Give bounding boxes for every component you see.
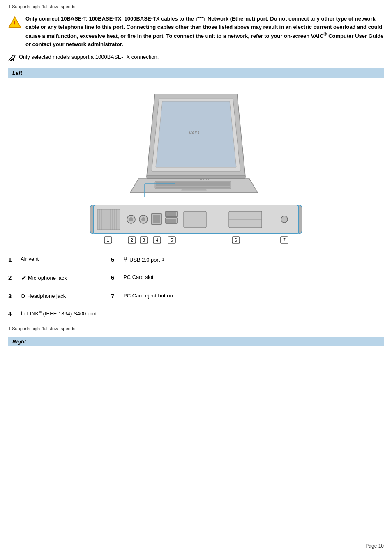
part-num-4: 4 bbox=[8, 310, 21, 317]
svg-text:VAIO: VAIO bbox=[189, 130, 199, 135]
svg-rect-11 bbox=[156, 184, 230, 186]
left-section-header: Left bbox=[8, 68, 384, 78]
right-section-header: Right bbox=[8, 337, 384, 346]
parts-row-2: 2 ✓ Microphone jack 6 PC Card slot bbox=[8, 272, 384, 283]
warning-text: Only connect 10BASE-T, 100BASE-TX, 1000B… bbox=[25, 15, 384, 48]
ilink-registered: ® bbox=[39, 310, 42, 314]
footnote-bottom: 1 Supports high-/full-/low- speeds. bbox=[8, 326, 384, 331]
svg-rect-5 bbox=[200, 17, 201, 18]
part-airvent: Air vent bbox=[21, 256, 111, 262]
part-pccard-eject: PC Card eject button bbox=[123, 292, 173, 299]
side-diagram: 1 2 3 4 5 6 7 bbox=[89, 197, 303, 246]
footnote-top: 1 Supports high-/full-/low- speeds. bbox=[8, 4, 384, 9]
mic-label: Microphone jack bbox=[28, 275, 67, 281]
note-line: Only selected models support a 1000BASE-… bbox=[8, 54, 384, 62]
usb-icon: ⑂ bbox=[123, 256, 127, 263]
headphone-icon: Ω bbox=[21, 292, 25, 299]
svg-rect-41 bbox=[166, 212, 176, 216]
svg-line-6 bbox=[9, 60, 9, 61]
warning-bold: Only connect 10BASE-T, 100BASE-TX, 1000B… bbox=[25, 16, 194, 22]
note-icon bbox=[8, 54, 16, 62]
part-usb: ⑂ USB 2.0 port1 bbox=[123, 256, 164, 263]
svg-rect-24 bbox=[97, 209, 120, 230]
part-headphone: Ω Headphone jack bbox=[21, 292, 111, 299]
svg-text:7: 7 bbox=[283, 238, 286, 242]
pencil-note-icon bbox=[8, 54, 16, 61]
svg-rect-44 bbox=[184, 211, 206, 228]
svg-text:5: 5 bbox=[171, 238, 173, 242]
part-num-1: 1 bbox=[8, 256, 21, 263]
parts-row-3: 3 Ω Headphone jack 7 PC Card eject butto… bbox=[8, 291, 384, 301]
parts-row-4: 4 i i.LINK® (IEEE 1394) S400 port bbox=[8, 309, 384, 319]
ethernet-icon bbox=[196, 16, 205, 22]
parts-row-1: 1 Air vent 5 ⑂ USB 2.0 port1 bbox=[8, 254, 384, 265]
ilink-rest: (IEEE 1394) S400 port bbox=[42, 311, 97, 317]
warning-icon: ! bbox=[8, 16, 21, 29]
svg-text:4: 4 bbox=[156, 238, 158, 242]
warning-box: ! Only connect 10BASE-T, 100BASE-TX, 100… bbox=[8, 15, 384, 48]
ilink-icon: i bbox=[21, 310, 22, 317]
svg-rect-13 bbox=[182, 189, 206, 191]
laptop-illustration: VAIO bbox=[118, 82, 274, 197]
svg-text:1: 1 bbox=[107, 238, 109, 242]
registered-mark: ® bbox=[324, 33, 327, 39]
usb-footnote-ref: 1 bbox=[162, 258, 164, 262]
svg-point-18 bbox=[203, 179, 204, 180]
svg-text:2: 2 bbox=[131, 238, 133, 242]
parts-list: 1 Air vent 5 ⑂ USB 2.0 port1 2 ✓ Microph… bbox=[8, 254, 384, 319]
svg-text:3: 3 bbox=[143, 238, 145, 242]
svg-rect-12 bbox=[156, 187, 230, 188]
part-pccard: PC Card slot bbox=[123, 274, 154, 280]
svg-rect-43 bbox=[166, 219, 176, 223]
usb-label: USB 2.0 port bbox=[129, 257, 160, 263]
svg-rect-8 bbox=[147, 175, 245, 179]
part-num-2: 2 bbox=[8, 274, 21, 281]
note-text: Only selected models support a 1000BASE-… bbox=[19, 54, 159, 60]
svg-point-20 bbox=[206, 179, 207, 180]
mic-icon: ✓ bbox=[21, 274, 26, 282]
part-num-3: 3 bbox=[8, 292, 21, 299]
part-num-5: 5 bbox=[111, 256, 123, 263]
part-ilink: i i.LINK® (IEEE 1394) S400 port bbox=[21, 310, 97, 317]
pccard-label: PC Card slot bbox=[123, 274, 154, 280]
svg-point-16 bbox=[200, 179, 201, 180]
headphone-label: Headphone jack bbox=[27, 293, 66, 299]
svg-text:!: ! bbox=[14, 20, 16, 27]
part-num-6: 6 bbox=[111, 274, 123, 281]
svg-rect-39 bbox=[153, 215, 160, 223]
svg-rect-4 bbox=[202, 17, 203, 18]
pccard-eject-label: PC Card eject button bbox=[123, 292, 173, 299]
ilink-text: i.LINK bbox=[24, 311, 39, 317]
svg-point-37 bbox=[141, 217, 145, 221]
svg-rect-3 bbox=[198, 17, 199, 18]
airvent-label: Air vent bbox=[21, 256, 39, 262]
svg-point-47 bbox=[281, 216, 288, 223]
diagram-container: VAIO bbox=[77, 82, 315, 246]
svg-point-19 bbox=[205, 179, 205, 180]
svg-point-35 bbox=[129, 217, 133, 221]
svg-text:6: 6 bbox=[235, 238, 237, 242]
part-mic: ✓ Microphone jack bbox=[21, 274, 111, 282]
svg-point-21 bbox=[208, 179, 209, 180]
svg-rect-2 bbox=[197, 18, 204, 21]
page-number: Page 10 bbox=[365, 543, 384, 549]
ilink-label: i.LINK® (IEEE 1394) S400 port bbox=[24, 310, 97, 317]
svg-point-17 bbox=[201, 179, 202, 180]
part-num-7: 7 bbox=[111, 292, 123, 299]
